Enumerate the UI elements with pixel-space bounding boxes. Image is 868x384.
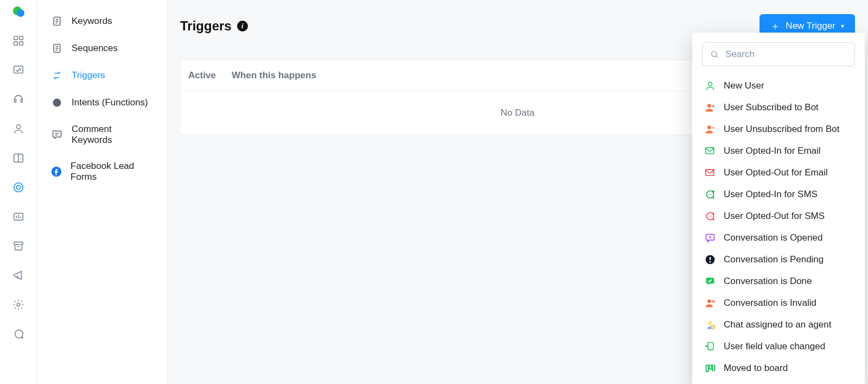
rail-broadcast-icon[interactable] (11, 268, 25, 282)
col-active: Active (188, 70, 232, 81)
sidebar-item-sequences[interactable]: Sequences (37, 35, 167, 62)
facebook-icon (51, 166, 62, 178)
trigger-option-user-opted-out-for-email[interactable]: User Opted-Out for Email (702, 162, 855, 184)
trigger-option-new-user[interactable]: New User (702, 75, 855, 97)
trigger-option-conversation-is-opened[interactable]: Conversation is Opened (702, 227, 855, 249)
svg-rect-38 (706, 169, 714, 175)
automation-sidebar: KeywordsSequencesTriggersIntents (Functi… (37, 0, 167, 384)
info-icon[interactable]: i (237, 21, 248, 32)
comment-icon (51, 129, 63, 141)
svg-point-50 (710, 261, 711, 263)
svg-point-31 (712, 52, 717, 56)
mail-plus-icon (704, 145, 716, 157)
svg-point-45 (712, 216, 713, 217)
svg-point-10 (14, 183, 23, 192)
svg-rect-5 (19, 42, 22, 45)
svg-point-40 (708, 194, 709, 195)
swap-icon (51, 70, 63, 81)
trigger-option-user-opted-in-for-email[interactable]: User Opted-In for Email (702, 140, 855, 162)
user-x-icon (704, 297, 716, 309)
sms-minus-icon (704, 210, 716, 222)
alert-icon (704, 254, 716, 266)
sidebar-item-triggers[interactable]: Triggers (37, 62, 167, 89)
svg-point-7 (16, 125, 20, 129)
sidebar-item-label: Facebook Lead Forms (71, 161, 155, 182)
sidebar-item-label: Intents (Functions) (72, 97, 148, 108)
svg-point-18 (17, 303, 20, 306)
trigger-option-label: New User (724, 80, 764, 91)
chat-check-icon (704, 275, 716, 287)
rail-settings-icon[interactable] (11, 298, 25, 312)
app-logo-icon[interactable] (12, 5, 25, 18)
sidebar-item-label: Keywords (72, 16, 112, 27)
search-icon (710, 50, 719, 59)
sidebar-item-facebook-lead-forms[interactable]: Facebook Lead Forms (37, 153, 167, 190)
trigger-option-conversation-is-invalid[interactable]: Conversation is Invalid (702, 292, 855, 314)
trigger-option-list: New UserUser Subscribed to BotUser Unsub… (702, 75, 855, 379)
agent-icon (704, 319, 716, 331)
rail-panel-icon[interactable] (11, 151, 25, 165)
sidebar-item-label: Comment Keywords (72, 124, 155, 146)
new-trigger-label: New Trigger (786, 21, 835, 32)
sidebar-item-comment-keywords[interactable]: Comment Keywords (37, 116, 167, 153)
svg-point-34 (707, 104, 711, 108)
svg-point-43 (708, 216, 709, 217)
doc-icon (51, 15, 63, 27)
svg-rect-2 (14, 36, 17, 40)
svg-line-32 (716, 56, 718, 58)
svg-rect-3 (19, 36, 22, 40)
search-input[interactable] (724, 48, 847, 60)
rail-support-icon[interactable] (11, 92, 25, 106)
trigger-option-chat-assigned-to-an-agent[interactable]: Chat assigned to an agent (702, 314, 855, 336)
svg-point-52 (707, 299, 711, 303)
svg-point-33 (709, 82, 712, 86)
trigger-option-user-subscribed-to-bot[interactable]: User Subscribed to Bot (702, 97, 855, 118)
trigger-option-label: User Opted-In for Email (724, 146, 821, 156)
page-title: Triggers (180, 18, 232, 34)
sidebar-item-label: Triggers (72, 70, 105, 81)
sidebar-item-label: Sequences (72, 43, 118, 54)
svg-point-11 (16, 185, 20, 189)
svg-rect-4 (14, 42, 17, 45)
rail-archive-icon[interactable] (11, 239, 25, 253)
svg-point-27 (53, 99, 61, 107)
trigger-option-label: Conversation is Invalid (724, 298, 816, 309)
svg-point-53 (708, 321, 712, 325)
svg-point-1 (17, 9, 24, 17)
main-content: Triggers i ＋ New Trigger ▾ Active When t… (167, 0, 868, 384)
chevron-down-icon: ▾ (841, 22, 844, 30)
rail-analytics-icon[interactable] (11, 63, 25, 77)
trigger-option-conversation-is-pending[interactable]: Conversation is Pending (702, 249, 855, 270)
svg-point-41 (710, 194, 711, 195)
svg-rect-57 (709, 365, 711, 369)
search-box[interactable] (702, 42, 855, 66)
rail-dashboard-icon[interactable] (11, 34, 25, 48)
sidebar-item-keywords[interactable]: Keywords (37, 8, 167, 35)
trigger-option-user-opted-out-for-sms[interactable]: User Opted-Out for SMS (702, 205, 855, 227)
trigger-option-label: User Unsubscribed from Bot (724, 124, 840, 135)
rail-chat-icon[interactable] (11, 327, 25, 341)
svg-rect-58 (712, 365, 714, 370)
title-wrap: Triggers i (180, 18, 248, 34)
trigger-option-moved-to-board[interactable]: Moved to board (702, 357, 855, 379)
doc-icon (51, 42, 63, 54)
brain-icon (51, 97, 63, 109)
svg-rect-16 (14, 242, 23, 245)
user-icon (704, 80, 716, 92)
plus-icon: ＋ (770, 21, 780, 31)
sidebar-item-intents-functions-[interactable]: Intents (Functions) (37, 89, 167, 116)
nav-rail (0, 0, 37, 384)
trigger-option-label: User field value changed (724, 341, 825, 352)
board-icon (704, 362, 716, 374)
trigger-option-label: User Opted-In for SMS (724, 189, 818, 200)
trigger-option-user-unsubscribed-from-bot[interactable]: User Unsubscribed from Bot (702, 118, 855, 140)
rail-user-icon[interactable] (11, 122, 25, 136)
trigger-option-user-opted-in-for-sms[interactable]: User Opted-In for SMS (702, 184, 855, 205)
swap-doc-icon (704, 341, 716, 352)
trigger-option-user-field-value-changed[interactable]: User field value changed (702, 336, 855, 357)
trigger-option-label: Conversation is Opened (724, 232, 822, 243)
rail-reports-icon[interactable] (11, 210, 25, 224)
mail-minus-icon (704, 167, 716, 179)
trigger-option-conversation-is-done[interactable]: Conversation is Done (702, 270, 855, 292)
rail-automations-icon[interactable] (11, 180, 25, 194)
